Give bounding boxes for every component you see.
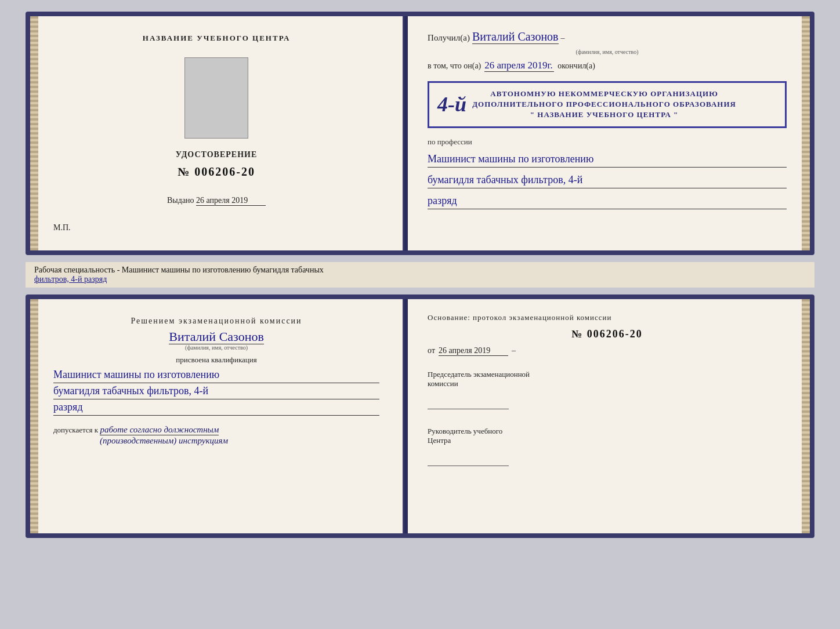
head-label: Руководитель учебного Центра	[428, 427, 787, 445]
profession-line1: Машинист машины по изготовлению	[428, 151, 787, 168]
stamp-line3: " НАЗВАНИЕ УЧЕБНОГО ЦЕНТРА "	[472, 110, 736, 120]
stamp-big-number: 4-й	[437, 94, 466, 115]
person-name-bottom: Виталий Сазонов	[169, 329, 263, 344]
basis-label: Основание: протокол экзаменационной коми…	[428, 313, 787, 322]
profession-line2: бумагидля табачных фильтров, 4-й	[428, 172, 787, 188]
recipient-name: Виталий Сазонов	[472, 30, 559, 44]
qual-line3: разряд	[53, 399, 379, 416]
top-doc-left-panel: НАЗВАНИЕ УЧЕБНОГО ЦЕНТРА УДОСТОВЕРЕНИЕ №…	[30, 16, 404, 250]
commission-title: Решением экзаменационной комиссии	[131, 317, 302, 326]
allowed-value2: (производственным) инструкциям	[100, 436, 228, 445]
basis-date: 26 апреля 2019	[439, 346, 508, 356]
head-signature-line	[428, 455, 509, 466]
profession-line3: разряд	[428, 193, 787, 209]
completed-line: в том, что он(а) 26 апреля 2019г. окончи…	[428, 60, 787, 72]
qual-line2: бумагидля табачных фильтров, 4-й	[53, 383, 379, 399]
photo-placeholder	[184, 57, 248, 139]
issued-line: Выдано 26 апреля 2019	[167, 196, 266, 206]
dash-right: –	[512, 346, 516, 355]
work-specialty-bar: Рабочая специальность - Машинист машины …	[26, 262, 814, 288]
right-binding-edge	[802, 16, 810, 250]
qual-line1: Машинист машины по изготовлению	[53, 367, 379, 383]
specialty-underlined: фильтров, 4-й разряд	[34, 275, 107, 283]
school-name-top: НАЗВАНИЕ УЧЕБНОГО ЦЕНТРА	[143, 34, 291, 43]
profession-label: по профессии	[428, 137, 787, 147]
recipient-caption: (фамилия, имя, отчество)	[428, 49, 787, 55]
basis-number: № 006206-20	[428, 328, 787, 340]
basis-date-line: от 26 апреля 2019 –	[428, 346, 787, 356]
bottom-document: Решением экзаменационной комиссии Витали…	[26, 294, 814, 538]
bottom-doc-left-panel: Решением экзаменационной комиссии Витали…	[30, 299, 404, 533]
top-document: НАЗВАНИЕ УЧЕБНОГО ЦЕНТРА УДОСТОВЕРЕНИЕ №…	[26, 12, 814, 255]
chairman-label: Председатель экзаменационной комиссии	[428, 370, 787, 388]
mp-label: М.П.	[53, 223, 71, 232]
cert-number: № 006206-20	[178, 165, 255, 179]
dash: –	[561, 34, 565, 43]
chairman-signature-line	[428, 398, 509, 409]
assigned-label: присвоена квалификация	[176, 355, 256, 365]
person-caption-bottom: (фамилия, имя, отчество)	[185, 344, 248, 351]
stamp-area: 4-й АВТОНОМНУЮ НЕКОММЕРЧЕСКУЮ ОРГАНИЗАЦИ…	[428, 81, 787, 128]
bottom-doc-right-panel: Основание: протокол экзаменационной коми…	[404, 299, 810, 533]
top-doc-right-panel: Получил(а) Виталий Сазонов – (фамилия, и…	[404, 16, 810, 250]
stamp-line1: АВТОНОМНУЮ НЕКОММЕРЧЕСКУЮ ОРГАНИЗАЦИЮ	[472, 89, 736, 99]
right-binding-edge-2	[802, 299, 810, 533]
allowed-label: допускается к работе согласно должностны…	[53, 425, 219, 435]
recipient-line: Получил(а) Виталий Сазонов –	[428, 30, 787, 44]
stamp-line2: ДОПОЛНИТЕЛЬНОГО ПРОФЕССИОНАЛЬНОГО ОБРАЗО…	[472, 99, 736, 110]
completed-date: 26 апреля 2019г.	[484, 60, 554, 72]
cert-label: УДОСТОВЕРЕНИЕ	[176, 150, 257, 159]
allowed-value: работе согласно должностным	[100, 425, 219, 435]
